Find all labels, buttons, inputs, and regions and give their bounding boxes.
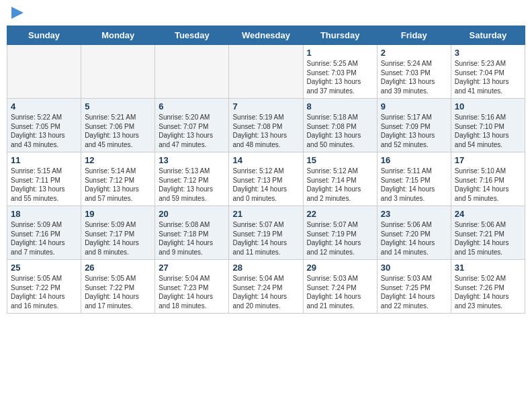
calendar-week-row: 1Sunrise: 5:25 AM Sunset: 7:03 PM Daylig… bbox=[7, 45, 525, 99]
calendar-cell: 14Sunrise: 5:12 AM Sunset: 7:13 PM Dayli… bbox=[229, 152, 303, 206]
day-number: 18 bbox=[11, 209, 77, 219]
calendar-cell: 17Sunrise: 5:10 AM Sunset: 7:16 PM Dayli… bbox=[451, 152, 525, 206]
day-number: 8 bbox=[307, 101, 373, 111]
day-info: Sunrise: 5:24 AM Sunset: 7:03 PM Dayligh… bbox=[381, 59, 447, 95]
day-info: Sunrise: 5:23 AM Sunset: 7:04 PM Dayligh… bbox=[455, 59, 521, 95]
day-header-friday: Friday bbox=[377, 26, 451, 45]
calendar-cell: 26Sunrise: 5:05 AM Sunset: 7:22 PM Dayli… bbox=[81, 260, 155, 314]
day-header-monday: Monday bbox=[81, 26, 155, 45]
day-number: 12 bbox=[85, 155, 151, 165]
calendar-week-row: 4Sunrise: 5:22 AM Sunset: 7:05 PM Daylig… bbox=[7, 99, 525, 152]
day-info: Sunrise: 5:07 AM Sunset: 7:19 PM Dayligh… bbox=[232, 220, 299, 257]
calendar-cell: 16Sunrise: 5:11 AM Sunset: 7:15 PM Dayli… bbox=[377, 152, 451, 206]
day-info: Sunrise: 5:11 AM Sunset: 7:15 PM Dayligh… bbox=[381, 167, 447, 203]
day-number: 22 bbox=[307, 209, 373, 219]
day-number: 28 bbox=[232, 263, 299, 273]
calendar-cell: 7Sunrise: 5:19 AM Sunset: 7:08 PM Daylig… bbox=[229, 99, 303, 152]
day-number: 2 bbox=[381, 48, 447, 58]
calendar-week-row: 25Sunrise: 5:05 AM Sunset: 7:22 PM Dayli… bbox=[7, 260, 525, 314]
day-number: 19 bbox=[85, 209, 151, 219]
calendar-cell: 1Sunrise: 5:25 AM Sunset: 7:03 PM Daylig… bbox=[303, 45, 377, 99]
calendar-cell: 10Sunrise: 5:16 AM Sunset: 7:10 PM Dayli… bbox=[451, 99, 525, 152]
day-number: 30 bbox=[381, 263, 447, 273]
calendar-cell: 3Sunrise: 5:23 AM Sunset: 7:04 PM Daylig… bbox=[451, 45, 525, 99]
day-number: 15 bbox=[307, 155, 373, 165]
calendar-cell: 4Sunrise: 5:22 AM Sunset: 7:05 PM Daylig… bbox=[7, 99, 81, 152]
calendar-cell: 28Sunrise: 5:04 AM Sunset: 7:24 PM Dayli… bbox=[229, 260, 303, 314]
day-info: Sunrise: 5:07 AM Sunset: 7:19 PM Dayligh… bbox=[307, 220, 373, 257]
day-number: 4 bbox=[11, 101, 77, 111]
calendar-cell: 21Sunrise: 5:07 AM Sunset: 7:19 PM Dayli… bbox=[229, 206, 303, 260]
day-info: Sunrise: 5:04 AM Sunset: 7:24 PM Dayligh… bbox=[232, 274, 299, 310]
day-header-saturday: Saturday bbox=[451, 26, 525, 45]
calendar-cell: 24Sunrise: 5:06 AM Sunset: 7:21 PM Dayli… bbox=[451, 206, 525, 260]
calendar-cell: 20Sunrise: 5:08 AM Sunset: 7:18 PM Dayli… bbox=[155, 206, 229, 260]
page-header bbox=[7, 7, 525, 19]
calendar-cell: 9Sunrise: 5:17 AM Sunset: 7:09 PM Daylig… bbox=[377, 99, 451, 152]
calendar-cell: 18Sunrise: 5:09 AM Sunset: 7:16 PM Dayli… bbox=[7, 206, 81, 260]
day-info: Sunrise: 5:15 AM Sunset: 7:11 PM Dayligh… bbox=[11, 167, 77, 203]
calendar-table: SundayMondayTuesdayWednesdayThursdayFrid… bbox=[7, 26, 525, 314]
day-info: Sunrise: 5:05 AM Sunset: 7:22 PM Dayligh… bbox=[85, 274, 151, 310]
calendar-week-row: 11Sunrise: 5:15 AM Sunset: 7:11 PM Dayli… bbox=[7, 152, 525, 206]
day-info: Sunrise: 5:09 AM Sunset: 7:17 PM Dayligh… bbox=[85, 220, 151, 257]
calendar-cell bbox=[155, 45, 229, 99]
day-number: 21 bbox=[232, 209, 299, 219]
day-info: Sunrise: 5:03 AM Sunset: 7:25 PM Dayligh… bbox=[381, 274, 447, 310]
day-number: 5 bbox=[85, 101, 151, 111]
day-header-tuesday: Tuesday bbox=[155, 26, 229, 45]
day-header-wednesday: Wednesday bbox=[229, 26, 303, 45]
day-info: Sunrise: 5:13 AM Sunset: 7:12 PM Dayligh… bbox=[159, 167, 225, 203]
day-number: 3 bbox=[455, 48, 521, 58]
day-info: Sunrise: 5:22 AM Sunset: 7:05 PM Dayligh… bbox=[11, 113, 77, 149]
day-number: 27 bbox=[159, 263, 225, 273]
day-info: Sunrise: 5:02 AM Sunset: 7:26 PM Dayligh… bbox=[455, 274, 521, 310]
day-info: Sunrise: 5:17 AM Sunset: 7:09 PM Dayligh… bbox=[381, 113, 447, 149]
calendar-cell: 12Sunrise: 5:14 AM Sunset: 7:12 PM Dayli… bbox=[81, 152, 155, 206]
day-info: Sunrise: 5:16 AM Sunset: 7:10 PM Dayligh… bbox=[455, 113, 521, 149]
calendar-cell bbox=[81, 45, 155, 99]
calendar-cell bbox=[7, 45, 81, 99]
day-info: Sunrise: 5:18 AM Sunset: 7:08 PM Dayligh… bbox=[307, 113, 373, 149]
logo-arrow-icon bbox=[11, 7, 24, 19]
day-number: 29 bbox=[307, 263, 373, 273]
calendar-cell: 2Sunrise: 5:24 AM Sunset: 7:03 PM Daylig… bbox=[377, 45, 451, 99]
day-number: 24 bbox=[455, 209, 521, 219]
logo bbox=[10, 7, 24, 19]
calendar-cell: 19Sunrise: 5:09 AM Sunset: 7:17 PM Dayli… bbox=[81, 206, 155, 260]
day-info: Sunrise: 5:19 AM Sunset: 7:08 PM Dayligh… bbox=[232, 113, 299, 149]
calendar-header-row: SundayMondayTuesdayWednesdayThursdayFrid… bbox=[7, 26, 525, 45]
day-info: Sunrise: 5:03 AM Sunset: 7:24 PM Dayligh… bbox=[307, 274, 373, 310]
calendar-cell: 23Sunrise: 5:06 AM Sunset: 7:20 PM Dayli… bbox=[377, 206, 451, 260]
day-info: Sunrise: 5:12 AM Sunset: 7:14 PM Dayligh… bbox=[307, 167, 373, 203]
day-number: 13 bbox=[159, 155, 225, 165]
svg-marker-0 bbox=[11, 7, 24, 19]
day-header-thursday: Thursday bbox=[303, 26, 377, 45]
day-number: 20 bbox=[159, 209, 225, 219]
day-number: 10 bbox=[455, 101, 521, 111]
logo-line bbox=[10, 7, 24, 19]
day-number: 6 bbox=[159, 101, 225, 111]
day-info: Sunrise: 5:06 AM Sunset: 7:21 PM Dayligh… bbox=[455, 220, 521, 257]
day-number: 9 bbox=[381, 101, 447, 111]
day-number: 7 bbox=[232, 101, 299, 111]
day-info: Sunrise: 5:08 AM Sunset: 7:18 PM Dayligh… bbox=[159, 220, 225, 257]
day-number: 31 bbox=[455, 263, 521, 273]
day-header-sunday: Sunday bbox=[7, 26, 81, 45]
calendar-cell: 8Sunrise: 5:18 AM Sunset: 7:08 PM Daylig… bbox=[303, 99, 377, 152]
calendar-cell: 13Sunrise: 5:13 AM Sunset: 7:12 PM Dayli… bbox=[155, 152, 229, 206]
day-number: 11 bbox=[11, 155, 77, 165]
day-info: Sunrise: 5:09 AM Sunset: 7:16 PM Dayligh… bbox=[11, 220, 77, 257]
day-number: 1 bbox=[307, 48, 373, 58]
calendar-cell: 5Sunrise: 5:21 AM Sunset: 7:06 PM Daylig… bbox=[81, 99, 155, 152]
day-number: 23 bbox=[381, 209, 447, 219]
calendar-cell: 30Sunrise: 5:03 AM Sunset: 7:25 PM Dayli… bbox=[377, 260, 451, 314]
calendar-cell: 29Sunrise: 5:03 AM Sunset: 7:24 PM Dayli… bbox=[303, 260, 377, 314]
day-info: Sunrise: 5:14 AM Sunset: 7:12 PM Dayligh… bbox=[85, 167, 151, 203]
calendar-cell: 31Sunrise: 5:02 AM Sunset: 7:26 PM Dayli… bbox=[451, 260, 525, 314]
calendar-cell: 6Sunrise: 5:20 AM Sunset: 7:07 PM Daylig… bbox=[155, 99, 229, 152]
calendar-cell: 22Sunrise: 5:07 AM Sunset: 7:19 PM Dayli… bbox=[303, 206, 377, 260]
calendar-week-row: 18Sunrise: 5:09 AM Sunset: 7:16 PM Dayli… bbox=[7, 206, 525, 260]
day-info: Sunrise: 5:05 AM Sunset: 7:22 PM Dayligh… bbox=[11, 274, 77, 310]
day-number: 14 bbox=[232, 155, 299, 165]
